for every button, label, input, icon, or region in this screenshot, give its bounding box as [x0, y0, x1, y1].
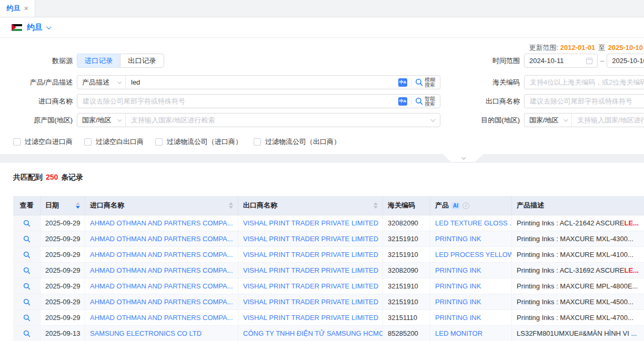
importer-link[interactable]: SAMSUNG ELECTRONICS CO LTD	[85, 326, 238, 341]
chevron-down-icon	[117, 117, 122, 121]
importer-link[interactable]: AHMAD OTHMAN AND PARTNERS COMPA...	[85, 278, 238, 294]
product-link[interactable]: LED TEXTURE GLOSS ...	[430, 215, 512, 231]
date-cell: 2025-09-29	[41, 215, 85, 231]
checkbox-icon	[13, 138, 21, 146]
hs-code-cell: 32151910	[383, 278, 430, 294]
table-body: 2025-09-29 AHMAD OTHMAN AND PARTNERS COM…	[13, 215, 644, 341]
checkbox-filter-blank-importer[interactable]: 过滤空白进口商	[13, 137, 73, 147]
country-name[interactable]: 约旦	[27, 23, 43, 33]
destination-region-select[interactable]: 国家/地区	[525, 113, 572, 127]
exporter-link[interactable]: VISHAL PRINT TRADER PRIVATE LIMITED	[238, 215, 383, 231]
view-record-button[interactable]	[13, 310, 41, 325]
fuzzy-search-button[interactable]: 模糊搜索	[415, 77, 440, 88]
checkbox-label: 过滤物流公司（进口商）	[167, 137, 242, 147]
checkbox-icon	[155, 138, 163, 146]
date-start-input[interactable]: 2024-10-11	[524, 54, 598, 68]
export-records-button[interactable]: 出口记录	[120, 54, 164, 68]
smart-search-button[interactable]: 智能搜索	[415, 96, 440, 107]
chevron-down-icon[interactable]	[46, 24, 52, 29]
search-icon	[23, 314, 31, 322]
results-table: 查看 日期 进口商名称 出口商名称 海关编码 产品 AI i 产品描述	[13, 196, 644, 341]
importer-link[interactable]: AHMAD OTHMAN AND PARTNERS COMPA...	[85, 215, 238, 231]
view-record-button[interactable]	[13, 231, 41, 246]
origin-region-select[interactable]: 国家/地区	[77, 113, 126, 127]
product-desc-cell: LS32FM801UMXUE#&MÀN HÌNH VI ...	[512, 326, 644, 341]
product-link[interactable]: LED PROCESS YELLOW...	[430, 247, 512, 262]
divider	[411, 78, 411, 87]
product-search-input[interactable]	[126, 78, 398, 86]
search-icon	[23, 220, 31, 227]
importer-link[interactable]: AHMAD OTHMAN AND PARTNERS COMPA...	[85, 231, 238, 246]
product-type-select[interactable]: 产品描述	[77, 76, 126, 89]
table-row: 2025-09-13 SAMSUNG ELECTRONICS CO LTD CÔ…	[13, 326, 644, 341]
view-record-button[interactable]	[13, 326, 41, 341]
date-cell: 2025-09-13	[41, 326, 85, 341]
product-link[interactable]: PRINTING INK	[430, 231, 512, 246]
exporter-input[interactable]	[525, 97, 644, 105]
tab-bar: 约旦 ×	[0, 0, 644, 17]
checkbox-filter-blank-exporter[interactable]: 过滤空白出口商	[84, 137, 144, 147]
exporter-link[interactable]: VISHAL PRINT TRADER PRIVATE LIMITED	[238, 263, 383, 278]
match-prefix: 共匹配到	[13, 173, 43, 181]
importer-link[interactable]: AHMAD OTHMAN AND PARTNERS COMPA...	[85, 247, 238, 262]
importer-input[interactable]	[77, 97, 398, 105]
destination-input[interactable]	[572, 116, 644, 124]
calendar-icon	[586, 58, 592, 64]
sort-importer-control[interactable]	[226, 202, 233, 209]
info-icon[interactable]: i	[462, 202, 469, 209]
search-icon	[415, 97, 423, 105]
close-icon[interactable]: ×	[24, 5, 28, 12]
sort-exporter-control[interactable]	[370, 202, 378, 209]
exporter-link[interactable]: CÔNG TY TNHH ĐIỆN TỬ SAMSUNG HCMC...	[238, 326, 383, 341]
destination-label: 目的国(地区)	[451, 113, 520, 127]
table-row: 2025-09-29 AHMAD OTHMAN AND PARTNERS COM…	[13, 247, 644, 263]
checkbox-filter-logistics-importer[interactable]: 过滤物流公司（进口商）	[155, 137, 242, 147]
tab-jordan[interactable]: 约旦 ×	[0, 0, 35, 17]
table-row: 2025-09-29 AHMAD OTHMAN AND PARTNERS COM…	[13, 294, 644, 310]
importer-link[interactable]: AHMAD OTHMAN AND PARTNERS COMPA...	[85, 294, 238, 309]
exporter-link[interactable]: VISHAL PRINT TRADER PRIVATE LIMITED	[238, 294, 383, 309]
collapse-filter-handle[interactable]	[442, 154, 484, 162]
checkbox-label: 过滤物流公司（出口商）	[265, 137, 340, 147]
product-link[interactable]: PRINTING INK	[430, 310, 512, 325]
product-link[interactable]: PRINTING INK	[430, 278, 512, 294]
origin-input[interactable]	[126, 116, 430, 124]
header-hs-code: 海关编码	[383, 196, 430, 215]
view-record-button[interactable]	[13, 294, 41, 309]
table-row: 2025-09-29 AHMAD OTHMAN AND PARTNERS COM…	[13, 215, 644, 231]
data-source-toggle: 进口记录 出口记录	[77, 54, 164, 68]
view-record-button[interactable]	[13, 215, 41, 231]
date-range-dash: –	[600, 57, 604, 65]
sort-date-control[interactable]	[73, 202, 80, 209]
product-link[interactable]: PRINTING INK	[430, 294, 512, 309]
exporter-link[interactable]: VISHAL PRINT TRADER PRIVATE LIMITED	[238, 231, 383, 246]
checkbox-icon	[84, 138, 92, 146]
view-record-button[interactable]	[13, 278, 41, 294]
exporter-link[interactable]: VISHAL PRINT TRADER PRIVATE LIMITED	[238, 310, 383, 325]
desc-text: Printing Inks : MAXCURE MPL-4800E...	[517, 282, 638, 290]
update-range: 更新范围: 2012-01-01 至 2025-10-10	[520, 43, 643, 53]
product-link[interactable]: PRINTING INK	[430, 263, 512, 278]
date-cell: 2025-09-29	[41, 310, 85, 325]
importer-link[interactable]: AHMAD OTHMAN AND PARTNERS COMPA...	[85, 263, 238, 278]
view-record-button[interactable]	[13, 247, 41, 262]
product-link[interactable]: LED MONITOR	[430, 326, 512, 341]
importer-link[interactable]: AHMAD OTHMAN AND PARTNERS COMPA...	[85, 310, 238, 325]
product-label: 产品/产品描述	[0, 75, 73, 89]
exporter-link[interactable]: VISHAL PRINT TRADER PRIVATE LIMITED	[238, 278, 383, 294]
import-records-button[interactable]: 进口记录	[77, 54, 120, 68]
date-end-input[interactable]: 2025-10-10	[607, 54, 644, 68]
destination-region-value: 国家/地区	[529, 116, 559, 125]
date-cell: 2025-09-29	[41, 294, 85, 309]
update-range-start: 2012-01-01	[560, 44, 596, 51]
exporter-link[interactable]: VISHAL PRINT TRADER PRIVATE LIMITED	[238, 247, 383, 262]
checkbox-icon	[254, 138, 261, 146]
translate-icon[interactable]: 中A	[398, 97, 407, 106]
hs-code-label: 海关编码	[451, 75, 520, 89]
destination-group: 国家/地区	[524, 113, 644, 127]
checkbox-filter-logistics-exporter[interactable]: 过滤物流公司（出口商）	[254, 137, 340, 147]
view-record-button[interactable]	[13, 263, 41, 278]
date-start-value: 2024-10-11	[529, 57, 586, 65]
translate-icon[interactable]: 中A	[398, 78, 407, 87]
hs-code-input[interactable]	[525, 78, 644, 86]
